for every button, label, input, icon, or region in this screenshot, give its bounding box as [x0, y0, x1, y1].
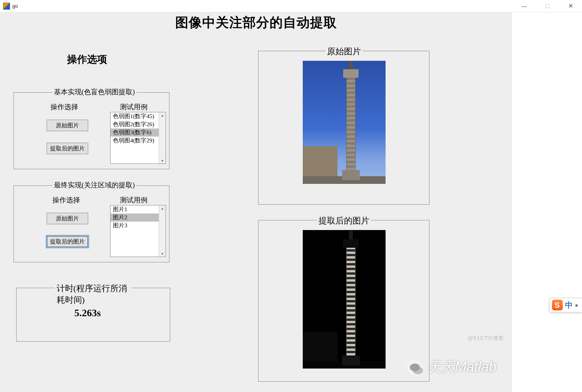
- btn-final-extracted[interactable]: 提取后的图片: [47, 236, 88, 247]
- panel-image-extracted-legend: 提取后的图片: [317, 215, 371, 227]
- page-title: 图像中关注部分的自动提取: [0, 14, 512, 32]
- listbox-basic-items: 色弱图1(数字45) 色弱图2(数字26) 色弱图3(数字6) 色弱图4(数字2…: [111, 112, 159, 163]
- panel-image-extracted: 提取后的图片: [258, 220, 429, 382]
- panel-timer: 计时(程序运行所消耗时间) 5.263s: [16, 288, 170, 342]
- window-titlebar: go — ☐ ✕: [0, 0, 582, 12]
- image-extracted: [303, 230, 386, 369]
- ime-lang[interactable]: 中: [565, 300, 573, 310]
- wechat-icon: [406, 359, 423, 376]
- list-item[interactable]: 色弱图4(数字29): [111, 137, 159, 145]
- chevron-up-icon[interactable]: ▴: [161, 205, 163, 211]
- list-item[interactable]: 图片3: [111, 222, 159, 230]
- close-button[interactable]: ✕: [559, 0, 582, 12]
- figure-canvas: 图像中关注部分的自动提取 操作选项 基本实现(色盲色弱图提取) 操作选择 测试用…: [0, 12, 512, 392]
- panel-final: 最终实现(关注区域的提取) 操作选择 测试用例 原始图片 提取后的图片 图片1 …: [13, 185, 169, 262]
- list-item[interactable]: 图片2: [111, 214, 159, 222]
- panel-basic-legend: 基本实现(色盲色弱图提取): [52, 87, 136, 97]
- chevron-down-icon[interactable]: ▾: [161, 251, 163, 257]
- image-original: [303, 61, 386, 184]
- watermark-text: 天天Matlab: [427, 358, 496, 377]
- panel-timer-legend: 计时(程序运行所消耗时间): [55, 283, 132, 306]
- panel-image-original-legend: 原始图片: [325, 46, 362, 57]
- section-options-title: 操作选项: [67, 53, 107, 66]
- btn-final-original[interactable]: 原始图片: [47, 213, 88, 224]
- list-item[interactable]: 色弱图1(数字45): [111, 112, 159, 120]
- listbox-final-items: 图片1 图片2 图片3: [111, 205, 159, 257]
- list-item[interactable]: 色弱图3(数字6): [111, 128, 159, 137]
- listbox-basic[interactable]: 色弱图1(数字45) 色弱图2(数字26) 色弱图3(数字6) 色弱图4(数字2…: [110, 112, 166, 164]
- list-item[interactable]: 图片1: [111, 205, 159, 214]
- panel-image-original: 原始图片: [258, 51, 429, 205]
- window-controls: — ☐ ✕: [513, 0, 582, 12]
- label-op-select-final: 操作选择: [52, 195, 80, 205]
- timer-value: 5.263s: [74, 307, 101, 319]
- window-title: go: [12, 3, 18, 9]
- sogou-icon: S: [552, 300, 563, 310]
- panel-final-legend: 最终实现(关注区域的提取): [52, 180, 136, 190]
- chevron-up-icon[interactable]: ▴: [161, 112, 163, 118]
- btn-basic-original[interactable]: 原始图片: [47, 120, 88, 131]
- btn-basic-extracted[interactable]: 提取后的图片: [47, 143, 88, 154]
- scrollbar[interactable]: ▴▾: [159, 205, 166, 257]
- ime-dot-icon: ●: [575, 302, 578, 308]
- listbox-final[interactable]: 图片1 图片2 图片3 ▴▾: [110, 205, 166, 257]
- list-item[interactable]: 色弱图2(数字26): [111, 120, 159, 128]
- label-test-case-final: 测试用例: [120, 195, 148, 205]
- scrollbar[interactable]: ▴▾: [159, 112, 166, 163]
- panel-basic: 基本实现(色盲色弱图提取) 操作选择 测试用例 原始图片 提取后的图片 色弱图1…: [13, 92, 169, 169]
- watermark-51cto: @51CTO博客: [468, 335, 504, 342]
- chevron-down-icon[interactable]: ▾: [161, 158, 163, 163]
- minimize-button[interactable]: —: [513, 0, 536, 12]
- maximize-button[interactable]: ☐: [536, 0, 559, 12]
- watermark-wechat: 天天Matlab: [406, 358, 496, 377]
- label-op-select-basic: 操作选择: [50, 102, 78, 112]
- app-icon: [3, 3, 10, 10]
- label-test-case-basic: 测试用例: [120, 102, 148, 112]
- ime-toolbar[interactable]: S 中 ●: [549, 298, 582, 312]
